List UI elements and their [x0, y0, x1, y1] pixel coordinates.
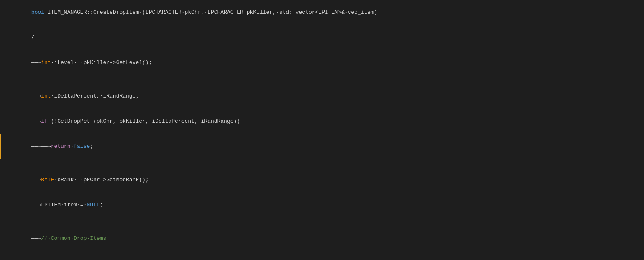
line-3: ——→int·iLevel·=·pkKiller->GetLevel(); [0, 50, 644, 75]
border-indicator-7 [0, 134, 1, 159]
line-8 [0, 159, 644, 167]
code-9: ——→BYTE·bRank·=·pkChr->GetMobRank(); [10, 167, 644, 193]
code-6: ——→if·(!GetDropPct·(pkChr,·pkKiller,·iDe… [10, 109, 644, 134]
code-11 [10, 218, 644, 226]
code-8 [10, 159, 644, 167]
code-3: ——→int·iLevel·=·pkKiller->GetLevel(); [10, 50, 644, 75]
line-12: ——→//·Common·Drop·Items [0, 226, 644, 251]
line-1: − bool·ITEM_MANAGER::CreateDropItem·(LPC… [0, 0, 644, 25]
code-10: ——→LPITEM·item·=·NULL; [10, 193, 644, 218]
gutter-1: − [0, 8, 10, 17]
line-11 [0, 218, 644, 226]
code-editor: − bool·ITEM_MANAGER::CreateDropItem·(LPC… [0, 0, 644, 260]
line-7: ——→——→return·false; [0, 134, 644, 159]
code-2: { [10, 25, 644, 50]
line-10: ——→LPITEM·item·=·NULL; [0, 193, 644, 218]
code-13: ——→std::vector<CItemDropInfo>::iterator·… [10, 251, 644, 260]
code-1: bool·ITEM_MANAGER::CreateDropItem·(LPCHA… [10, 0, 644, 25]
collapse-icon-1[interactable]: − [4, 8, 6, 17]
code-4 [10, 75, 644, 84]
line-9: ——→BYTE·bRank·=·pkChr->GetMobRank(); [0, 167, 644, 193]
code-7: ——→——→return·false; [10, 134, 644, 159]
line-13: ——→std::vector<CItemDropInfo>::iterator·… [0, 251, 644, 260]
line-4 [0, 75, 644, 84]
line-6: ——→if·(!GetDropPct·(pkChr,·pkKiller,·iDe… [0, 109, 644, 134]
collapse-icon-2[interactable]: − [4, 33, 6, 42]
line-2: − { [0, 25, 644, 50]
code-5: ——→int·iDeltaPercent,·iRandRange; [10, 84, 644, 109]
gutter-2: − [0, 33, 10, 42]
code-12: ——→//·Common·Drop·Items [10, 226, 644, 251]
keyword-bool: bool [31, 9, 44, 15]
line-5: ——→int·iDeltaPercent,·iRandRange; [0, 84, 644, 109]
